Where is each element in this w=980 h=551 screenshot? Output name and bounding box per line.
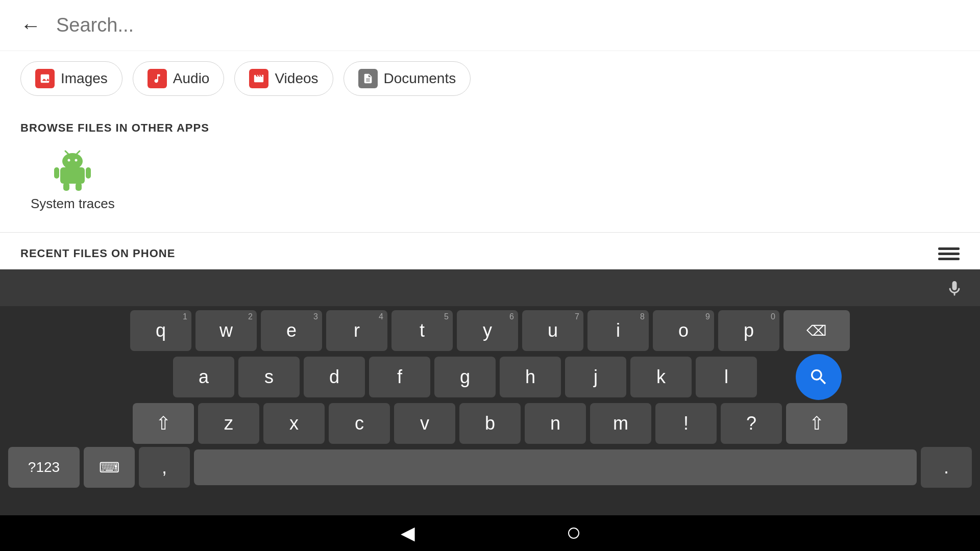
key-r[interactable]: r4 xyxy=(326,310,387,351)
key-u[interactable]: u7 xyxy=(522,310,583,351)
period-key[interactable]: . xyxy=(921,447,972,488)
key-s[interactable]: s xyxy=(238,357,300,397)
key-n[interactable]: n xyxy=(525,403,586,444)
audio-icon xyxy=(148,69,167,88)
key-i[interactable]: i8 xyxy=(587,310,649,351)
bottom-nav: ◀ xyxy=(0,515,980,551)
home-circle-icon xyxy=(568,528,579,539)
key-row-1: q1 w2 e3 r4 t5 y6 u7 i8 o9 p0 ⌫ xyxy=(8,310,972,351)
microphone-button[interactable] xyxy=(939,273,970,304)
filter-images[interactable]: Images xyxy=(20,61,122,96)
documents-label: Documents xyxy=(384,70,456,87)
list-view-toggle[interactable] xyxy=(938,243,960,264)
key-w[interactable]: w2 xyxy=(195,310,257,351)
key-y[interactable]: y6 xyxy=(457,310,518,351)
search-key[interactable] xyxy=(796,354,842,400)
svg-rect-7 xyxy=(86,167,91,179)
space-key[interactable] xyxy=(194,449,917,485)
key-o[interactable]: o9 xyxy=(653,310,714,351)
audio-label: Audio xyxy=(173,70,210,87)
search-input[interactable] xyxy=(56,14,960,36)
keyboard-toggle-key[interactable]: ⌨ xyxy=(84,447,135,488)
key-h[interactable]: h xyxy=(500,357,561,397)
key-l[interactable]: l xyxy=(696,357,757,397)
key-j[interactable]: j xyxy=(565,357,626,397)
back-arrow-icon: ◀ xyxy=(401,522,415,544)
recent-section-header: RECENT FILES ON PHONE xyxy=(0,232,980,269)
key-b[interactable]: b xyxy=(459,403,521,444)
filter-audio[interactable]: Audio xyxy=(133,61,225,96)
shift-right-key[interactable]: ⇧ xyxy=(786,403,847,444)
svg-point-1 xyxy=(62,153,83,169)
browse-area: BROWSE FILES IN OTHER APPS xyxy=(0,106,980,232)
shift-left-key[interactable]: ⇧ xyxy=(133,403,194,444)
key-m[interactable]: m xyxy=(590,403,651,444)
key-x[interactable]: x xyxy=(263,403,325,444)
recent-heading: RECENT FILES ON PHONE xyxy=(20,247,175,260)
videos-icon xyxy=(249,69,268,88)
key-t[interactable]: t5 xyxy=(391,310,453,351)
key-d[interactable]: d xyxy=(304,357,365,397)
filter-row: Images Audio Videos Documents xyxy=(0,51,980,106)
key-p[interactable]: p0 xyxy=(718,310,779,351)
videos-label: Videos xyxy=(275,70,318,87)
key-k[interactable]: k xyxy=(630,357,692,397)
svg-point-3 xyxy=(75,159,78,162)
list-icon-bar-1 xyxy=(938,247,960,250)
search-bar: ← xyxy=(0,0,980,51)
key-a[interactable]: a xyxy=(173,357,234,397)
documents-icon xyxy=(358,69,378,88)
keyboard-rows: q1 w2 e3 r4 t5 y6 u7 i8 o9 p0 ⌫ a s d f … xyxy=(0,306,980,515)
svg-rect-8 xyxy=(63,183,69,191)
key-exclamation[interactable]: ! xyxy=(655,403,717,444)
list-icon-bar-2 xyxy=(938,253,960,255)
key-f[interactable]: f xyxy=(369,357,430,397)
mic-row xyxy=(0,269,980,306)
key-question[interactable]: ? xyxy=(721,403,782,444)
key-row-4: ?123 ⌨ , . xyxy=(8,447,972,488)
svg-rect-9 xyxy=(76,183,82,191)
key-z[interactable]: z xyxy=(198,403,259,444)
images-label: Images xyxy=(61,70,108,87)
system-traces-label: System traces xyxy=(31,196,115,212)
list-icon-bar-3 xyxy=(938,258,960,260)
num123-key[interactable]: ?123 xyxy=(8,447,80,488)
key-v[interactable]: v xyxy=(394,403,455,444)
key-e[interactable]: e3 xyxy=(261,310,322,351)
svg-rect-6 xyxy=(54,167,59,179)
key-row-3: ⇧ z x c v b n m ! ? ⇧ xyxy=(8,403,972,444)
svg-line-5 xyxy=(77,151,80,154)
svg-line-4 xyxy=(65,151,68,154)
browse-section-header: BROWSE FILES IN OTHER APPS xyxy=(0,111,230,140)
key-row-2: a s d f g h j k l xyxy=(8,354,972,400)
svg-rect-0 xyxy=(60,167,85,184)
system-traces-item[interactable]: System traces xyxy=(0,140,145,222)
android-icon xyxy=(52,150,93,191)
nav-home-button[interactable] xyxy=(568,528,579,539)
images-icon xyxy=(35,69,55,88)
filter-documents[interactable]: Documents xyxy=(344,61,471,96)
nav-back-button[interactable]: ◀ xyxy=(401,522,415,544)
comma-key[interactable]: , xyxy=(139,447,190,488)
svg-point-2 xyxy=(68,159,70,162)
filter-videos[interactable]: Videos xyxy=(234,61,333,96)
back-button[interactable]: ← xyxy=(20,15,41,36)
key-q[interactable]: q1 xyxy=(130,310,191,351)
delete-key[interactable]: ⌫ xyxy=(783,310,850,351)
keyboard: q1 w2 e3 r4 t5 y6 u7 i8 o9 p0 ⌫ a s d f … xyxy=(0,269,980,515)
key-c[interactable]: c xyxy=(329,403,390,444)
key-g[interactable]: g xyxy=(434,357,496,397)
